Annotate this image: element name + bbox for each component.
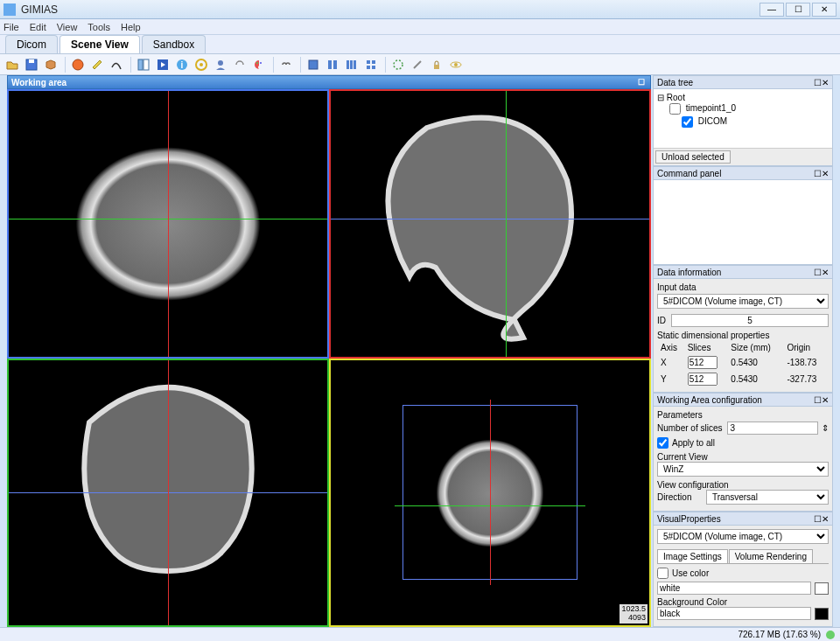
eye-icon[interactable]: [447, 56, 465, 73]
svg-rect-3: [138, 59, 143, 70]
svg-point-10: [218, 60, 223, 66]
waconfig-dock-icon[interactable]: ☐: [814, 395, 822, 405]
datatree-header: Data tree ☐ ✕: [654, 76, 832, 89]
slice-sagittal[interactable]: [329, 89, 651, 359]
measure-icon[interactable]: [88, 56, 106, 73]
fgcolor-field[interactable]: [657, 582, 811, 595]
datainfo-dock-icon[interactable]: ☐: [814, 268, 822, 277]
workarea-dock-icon[interactable]: ☐: [636, 77, 647, 87]
save-icon[interactable]: [23, 56, 40, 73]
titlebar: GIMIAS — ☐ ✕: [0, 0, 840, 19]
waconfig-close-icon[interactable]: ✕: [822, 395, 829, 405]
status-memory: 726.17 MB (17.63 %): [738, 630, 822, 639]
usecolor-check[interactable]: [657, 568, 668, 579]
app-icon: [4, 3, 16, 16]
tree-check-timepoint[interactable]: [669, 103, 681, 115]
tab-image-settings[interactable]: Image Settings: [657, 549, 728, 563]
direction-combo[interactable]: Transversal: [706, 490, 829, 505]
menu-file[interactable]: File: [4, 22, 19, 32]
svg-rect-22: [372, 66, 375, 69]
slice-3d[interactable]: 1023.5 4093: [329, 359, 651, 628]
svg-rect-4: [144, 59, 149, 70]
statusbar: 726.17 MB (17.63 %): [0, 627, 840, 641]
svg-point-2: [73, 59, 83, 70]
tree-check-dicom[interactable]: [682, 116, 693, 128]
datainfo-id-field[interactable]: [671, 314, 829, 327]
datatree-dock-icon[interactable]: ☐: [814, 78, 822, 87]
tab-sandbox[interactable]: Sandbox: [142, 35, 206, 53]
view4-icon[interactable]: [362, 56, 380, 73]
currentview-combo[interactable]: WinZ: [657, 462, 829, 477]
datainfo-close-icon[interactable]: ✕: [822, 268, 829, 277]
toolbar: i: [0, 54, 840, 75]
tabstrip: Dicom Scene View Sandbox: [0, 35, 840, 54]
svg-rect-13: [309, 60, 318, 69]
link-icon[interactable]: [277, 56, 295, 73]
palette-icon[interactable]: [250, 56, 268, 73]
slice-axial[interactable]: [7, 89, 329, 359]
target-icon[interactable]: [192, 56, 210, 73]
svg-text:i: i: [181, 60, 184, 70]
menu-help[interactable]: Help: [121, 22, 141, 32]
minimize-button[interactable]: —: [760, 3, 784, 17]
refresh-icon[interactable]: [231, 56, 248, 73]
tree-root[interactable]: ⊟ Root: [657, 93, 829, 102]
svg-rect-17: [350, 60, 353, 69]
wand-icon[interactable]: [409, 56, 426, 73]
layout-icon[interactable]: [135, 56, 152, 73]
bgcolor-field[interactable]: [657, 607, 811, 620]
view2-icon[interactable]: [324, 56, 341, 73]
view1-icon[interactable]: [304, 56, 322, 73]
close-button[interactable]: ✕: [812, 3, 836, 17]
nslices-field[interactable]: [727, 422, 818, 435]
box-icon[interactable]: [42, 56, 60, 73]
tab-dicom[interactable]: Dicom: [5, 35, 58, 53]
dim-x-slices[interactable]: [688, 356, 718, 369]
tree-item-dicom[interactable]: DICOM: [657, 115, 829, 129]
fgcolor-swatch[interactable]: [815, 582, 829, 595]
slice-coronal[interactable]: [7, 359, 329, 628]
maximize-button[interactable]: ☐: [786, 3, 810, 17]
unload-button[interactable]: Unload selected: [655, 150, 731, 164]
apply-all-check[interactable]: [657, 437, 668, 449]
bgcolor-swatch[interactable]: [815, 608, 829, 620]
svg-rect-21: [367, 66, 370, 69]
globe-icon[interactable]: [69, 56, 87, 73]
play-icon[interactable]: [154, 56, 172, 73]
tree-item-timepoint[interactable]: timepoint1_0: [657, 102, 829, 115]
tab-volume-rendering[interactable]: Volume Rendering: [729, 549, 813, 563]
svg-rect-16: [346, 60, 349, 69]
tab-sceneview[interactable]: Scene View: [60, 35, 140, 53]
static-props-label: Static dimensional properties: [657, 331, 829, 340]
reset-icon[interactable]: [389, 56, 407, 73]
workarea-header: Working area ☐: [7, 75, 651, 89]
svg-point-11: [256, 62, 258, 64]
waconfig-header: Working Area configuration ☐ ✕: [654, 394, 832, 407]
workarea-title: Working area: [11, 78, 66, 87]
visual-close-icon[interactable]: ✕: [822, 514, 829, 524]
datatree-close-icon[interactable]: ✕: [822, 78, 829, 87]
datainfo-input-combo[interactable]: 5#DICOM (Volume image, CT): [657, 294, 829, 309]
dim-y-slices[interactable]: [688, 373, 718, 386]
workgrid: 1023.5 4093: [7, 89, 651, 627]
command-dock-icon[interactable]: ☐: [814, 169, 822, 178]
curve-icon[interactable]: [108, 56, 125, 73]
svg-rect-20: [372, 60, 375, 64]
menu-edit[interactable]: Edit: [30, 22, 46, 32]
visual-dock-icon[interactable]: ☐: [814, 514, 822, 524]
open-icon[interactable]: [4, 56, 21, 73]
svg-rect-1: [29, 59, 34, 63]
nslices-stepper[interactable]: ⇕: [822, 423, 829, 433]
visual-combo[interactable]: 5#DICOM (Volume image, CT): [657, 529, 829, 544]
menu-view[interactable]: View: [57, 22, 78, 32]
svg-rect-18: [354, 60, 356, 69]
svg-rect-24: [434, 65, 439, 69]
menu-tools[interactable]: Tools: [88, 22, 110, 32]
user-icon[interactable]: [212, 56, 229, 73]
info-icon[interactable]: i: [173, 56, 191, 73]
menubar: File Edit View Tools Help: [0, 19, 840, 35]
lock-icon[interactable]: [428, 56, 445, 73]
view3-icon[interactable]: [343, 56, 360, 73]
datainfo-header: Data information ☐ ✕: [654, 266, 832, 279]
command-close-icon[interactable]: ✕: [822, 169, 829, 178]
